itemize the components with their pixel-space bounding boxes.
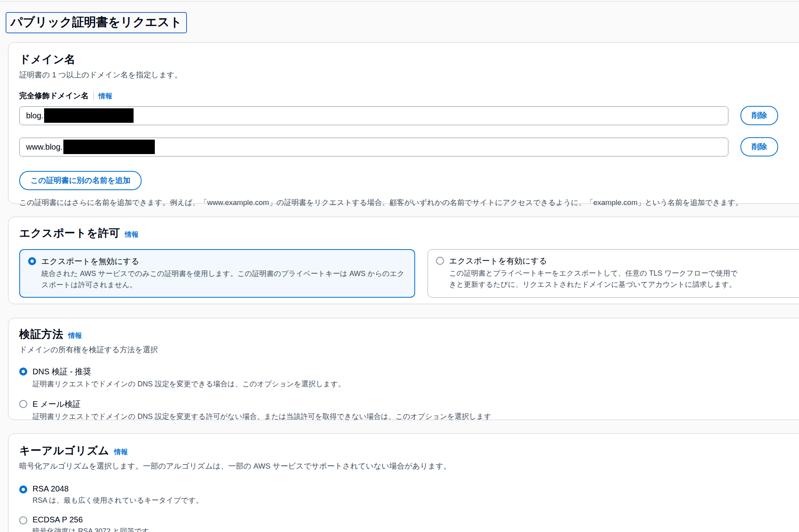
validation-info-link[interactable]: 情報 [68,331,82,340]
dns-validation-label: DNS 検証 - 推奨 [32,366,91,377]
dns-validation-option[interactable]: DNS 検証 - 推奨 証明書リクエストでドメインの DNS 設定を変更できる場… [19,366,799,390]
radio-unchecked-icon[interactable] [436,257,444,265]
key-algorithm-card: キーアルゴリズム 情報 暗号化アルゴリズムを選択します。一部のアルゴリズムは、一… [8,433,799,532]
rsa-2048-label: RSA 2048 [32,484,69,493]
email-validation-label: E メール検証 [32,399,81,410]
radio-checked-icon[interactable] [19,485,27,493]
export-enable-description-line2: きと更新するたびに、リクエストされたドメインに基づいてアカウントに請求します。 [449,279,799,290]
dns-validation-description: 証明書リクエストでドメインの DNS 設定を変更できる場合は、このオプションを選… [32,379,799,390]
export-info-link[interactable]: 情報 [125,230,138,239]
rsa-2048-option[interactable]: RSA 2048 RSA は、最も広く使用されているキータイプです。 [19,484,799,506]
email-validation-description: 証明書リクエストでドメインの DNS 設定を変更する許可がない場合、または当該許… [32,411,799,422]
top-divider [0,1,799,2]
fqdn-info-link[interactable]: 情報 [99,91,112,101]
ecdsa-p256-description: 暗号化強度は RSA 3072 と同等です。 [32,526,799,532]
domain-input-2-value: www.blog. [26,142,63,152]
redacted-domain-2 [63,140,155,154]
domain-input-1[interactable]: blog. [19,106,728,125]
export-enable-description-line1: この証明書とプライベートキーをエクスポートして、任意の TLS ワークフローで使… [449,268,799,279]
ecdsa-p256-option[interactable]: ECDSA P 256 暗号化強度は RSA 3072 と同等です。 [19,515,799,532]
key-algorithm-info-link[interactable]: 情報 [114,447,128,457]
radio-unchecked-icon[interactable] [19,516,27,524]
allow-export-card: エクスポートを許可 情報 エクスポートを無効にする 統合された AWS サービス… [8,217,799,304]
domain-input-1-value: blog. [26,111,43,120]
rsa-2048-description: RSA は、最も広く使用されているキータイプです。 [32,495,799,506]
export-disable-tile[interactable]: エクスポートを無効にする 統合された AWS サービスでのみこの証明書を使用しま… [19,249,415,298]
delete-domain-2-button[interactable]: 削除 [740,137,778,156]
key-algorithm-description: 暗号化アルゴリズムを選択します。一部のアルゴリズムは、一部の AWS サービスで… [19,461,799,471]
validation-card-description: ドメインの所有権を検証する方法を選択 [19,345,799,355]
validation-method-card: 検証方法 情報 ドメインの所有権を検証する方法を選択 DNS 検証 - 推奨 証… [8,318,799,420]
validation-card-heading: 検証方法 [19,327,63,341]
radio-checked-icon[interactable] [19,368,27,376]
add-name-help-text: この証明書にはさらに名前を追加できます。例えば、「www.example.com… [19,197,799,207]
add-another-name-button[interactable]: この証明書に別の名前を追加 [19,171,142,190]
fqdn-label: 完全修飾ドメイン名 [19,91,89,101]
export-enable-tile[interactable]: エクスポートを有効にする この証明書とプライベートキーをエクスポートして、任意の… [428,249,799,298]
page-title: パブリック証明書をリクエスト [6,12,187,33]
radio-checked-icon[interactable] [28,257,36,265]
radio-unchecked-icon[interactable] [19,400,27,408]
acm-request-page: パブリック証明書をリクエスト ドメイン名 証明書の 1 つ以上のドメイン名を指定… [0,0,799,532]
domain-names-card: ドメイン名 証明書の 1 つ以上のドメイン名を指定します。 完全修飾ドメイン名 … [8,42,799,204]
domain-card-description: 証明書の 1 つ以上のドメイン名を指定します。 [19,70,799,80]
label-divider [93,91,94,100]
domain-input-2[interactable]: www.blog. [19,138,728,156]
redacted-domain-1 [44,108,134,123]
domain-card-heading: ドメイン名 [19,52,75,67]
export-card-heading: エクスポートを許可 [19,226,120,240]
export-disable-description: 統合された AWS サービスでのみこの証明書を使用します。この証明書のプライベー… [41,268,406,291]
ecdsa-p256-label: ECDSA P 256 [32,515,83,524]
key-algorithm-heading: キーアルゴリズム [19,443,109,458]
delete-domain-1-button[interactable]: 削除 [740,106,778,125]
export-enable-label: エクスポートを有効にする [449,256,547,266]
export-disable-label: エクスポートを無効にする [41,256,139,267]
email-validation-option[interactable]: E メール検証 証明書リクエストでドメインの DNS 設定を変更する許可がない場… [19,399,799,422]
